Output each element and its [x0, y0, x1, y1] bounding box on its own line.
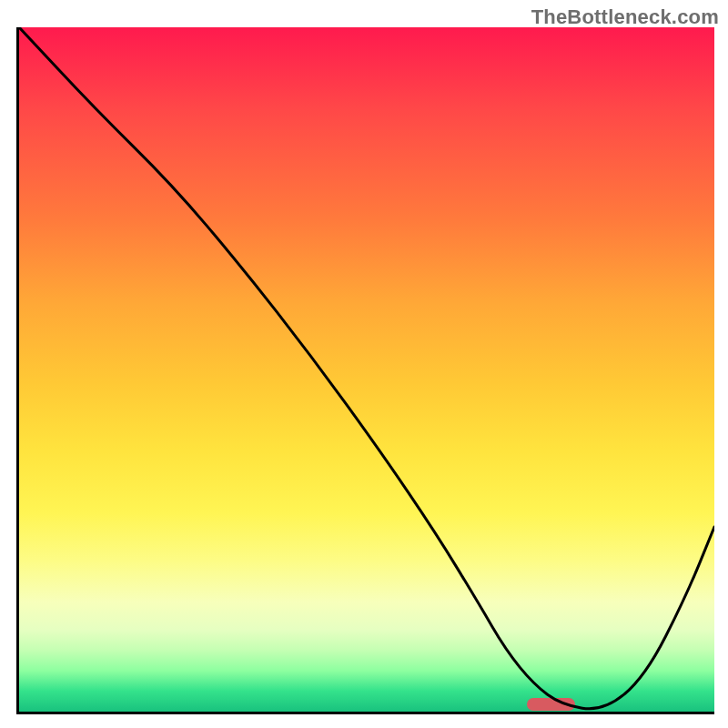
bottleneck-curve — [19, 27, 714, 712]
chart-container: TheBottleneck.com — [0, 0, 728, 728]
watermark-label: TheBottleneck.com — [531, 5, 719, 29]
plot-area — [16, 27, 714, 714]
curve-path — [19, 27, 714, 709]
